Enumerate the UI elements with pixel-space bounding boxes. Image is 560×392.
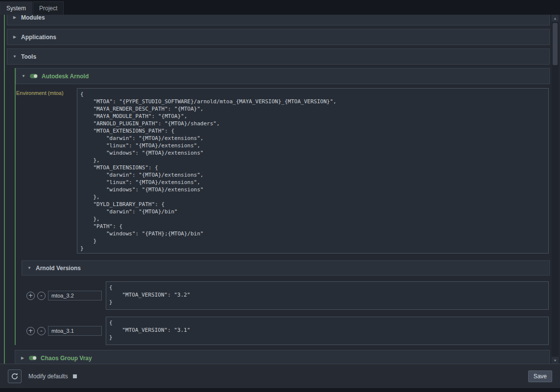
chevron-down-icon: ▼	[27, 266, 32, 270]
chevron-right-icon: ▶	[12, 35, 17, 39]
refresh-button[interactable]	[8, 369, 22, 383]
footer-bar: Modify defaults Save	[0, 364, 560, 388]
section-applications-label: Applications	[21, 34, 56, 41]
tab-system[interactable]: System	[0, 1, 32, 15]
toggle-knob	[34, 74, 37, 78]
version-name-input[interactable]	[48, 291, 102, 300]
remove-version-button[interactable]: -	[37, 292, 46, 300]
save-button[interactable]: Save	[528, 370, 552, 382]
section-applications[interactable]: ▶ Applications	[7, 29, 550, 45]
tools-section-body: ▼ Autodesk Arnold Environment (mtoa) { "…	[7, 68, 550, 364]
vertical-scrollbar[interactable]: ▲ ▼	[552, 15, 559, 364]
tab-project-label: Project	[39, 5, 57, 12]
section-modules-label: Modules	[21, 15, 45, 21]
section-chaos-group-vray-label: Chaos Group Vray	[41, 355, 92, 362]
system-root-group: ▶ Modules ▶ Applications ▼ Tools ▼	[4, 15, 550, 364]
add-version-button[interactable]: +	[26, 292, 35, 300]
section-tools-label: Tools	[21, 53, 36, 60]
toggle-on-icon[interactable]	[30, 74, 38, 78]
version-row-controls: + -	[26, 326, 106, 336]
tab-system-label: System	[6, 5, 26, 12]
chevron-right-icon: ▶	[20, 356, 25, 360]
modify-defaults-label: Modify defaults	[28, 373, 68, 380]
add-version-button[interactable]: +	[26, 327, 35, 335]
toggle-on-icon[interactable]	[29, 356, 37, 360]
chevron-down-icon: ▼	[21, 74, 26, 78]
tab-bar: System Project	[0, 0, 560, 15]
scroll-up-button[interactable]: ▲	[552, 15, 559, 22]
settings-window: System Project ▶ Modules ▶ Applications …	[0, 0, 560, 392]
section-arnold-versions-label: Arnold Versions	[36, 265, 81, 272]
settings-scroll-area: ▶ Modules ▶ Applications ▼ Tools ▼	[0, 15, 560, 364]
tab-project[interactable]: Project	[33, 1, 64, 15]
section-arnold-versions[interactable]: ▼ Arnold Versions	[22, 260, 550, 276]
autodesk-arnold-group: ▼ Autodesk Arnold Environment (mtoa) { "…	[15, 68, 550, 345]
chevron-right-icon: ▶	[12, 15, 17, 20]
refresh-icon	[11, 372, 19, 380]
section-modules[interactable]: ▶ Modules	[7, 15, 550, 25]
scroll-down-button[interactable]: ▼	[552, 357, 559, 364]
version-name-input[interactable]	[48, 326, 102, 336]
arnold-versions-group: ▼ Arnold Versions + - { "MTOA_VERSION": …	[22, 260, 550, 345]
environment-mtoa-textarea[interactable]: { "MTOA": "{PYPE_STUDIO_SOFTWARE}/arnold…	[77, 88, 549, 254]
environment-mtoa-row: Environment (mtoa) { "MTOA": "{PYPE_STUD…	[16, 88, 550, 254]
arnold-version-row: + - { "MTOA_VERSION": "3.1" }	[22, 317, 550, 345]
version-row-controls: + -	[26, 291, 106, 300]
section-chaos-group-vray[interactable]: ▶ Chaos Group Vray	[15, 350, 550, 364]
settings-content: ▶ Modules ▶ Applications ▼ Tools ▼	[0, 15, 550, 364]
chevron-down-icon: ▼	[12, 54, 17, 59]
modify-defaults-control: Modify defaults	[28, 373, 77, 380]
section-tools[interactable]: ▼ Tools	[7, 48, 550, 65]
scrollbar-thumb[interactable]	[553, 23, 558, 65]
arnold-version-row: + - { "MTOA_VERSION": "3.2" }	[22, 281, 550, 310]
version-env-textarea[interactable]: { "MTOA_VERSION": "3.1" }	[106, 317, 549, 345]
version-env-textarea[interactable]: { "MTOA_VERSION": "3.2" }	[106, 281, 549, 310]
section-autodesk-arnold[interactable]: ▼ Autodesk Arnold	[16, 68, 550, 84]
remove-version-button[interactable]: -	[37, 327, 46, 335]
modify-defaults-checkbox[interactable]	[73, 374, 77, 378]
section-autodesk-arnold-label: Autodesk Arnold	[42, 73, 89, 80]
environment-mtoa-label: Environment (mtoa)	[16, 88, 77, 254]
toggle-knob	[33, 356, 36, 360]
